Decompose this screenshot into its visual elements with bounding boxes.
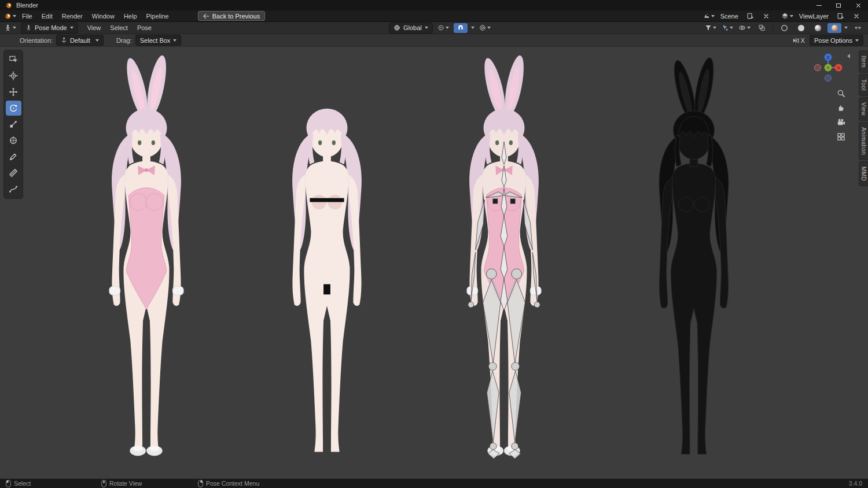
model-girl-armature[interactable]	[439, 53, 569, 475]
axis-neg-x-ball[interactable]	[815, 65, 821, 71]
snap-toggle[interactable]	[454, 23, 468, 33]
proportional-editing-toggle[interactable]	[478, 23, 492, 33]
browse-viewlayer-button[interactable]	[780, 11, 795, 21]
editor-type-button[interactable]	[3, 23, 17, 33]
maximize-button[interactable]	[829, 0, 848, 10]
overlays-dropdown[interactable]	[737, 23, 752, 33]
snap-settings-chevron[interactable]	[471, 27, 475, 29]
pivot-point-dropdown[interactable]	[436, 23, 450, 33]
sidebar-collapse-arrow-icon[interactable]	[847, 54, 850, 58]
shading-settings-chevron[interactable]	[844, 27, 848, 29]
orientation-dropdown[interactable]: Default	[56, 35, 104, 46]
mouse-left-icon	[6, 480, 11, 487]
new-page-icon	[746, 13, 753, 20]
model-girl-nude-censored[interactable]	[262, 53, 392, 475]
new-page-icon	[837, 13, 844, 20]
drag-dropdown[interactable]: Select Box	[135, 35, 182, 46]
tool-transform[interactable]	[6, 133, 21, 148]
status-select: Select	[6, 479, 31, 488]
material-sphere-icon	[815, 25, 821, 31]
tool-move[interactable]	[6, 84, 21, 99]
chevron-down-icon	[13, 27, 16, 29]
xray-toggle[interactable]	[755, 23, 768, 33]
editor-expand-button[interactable]	[851, 23, 865, 33]
camera-view-button[interactable]	[835, 116, 847, 128]
tab-tool[interactable]: Tool	[859, 74, 868, 96]
model-girl-bunny-suit[interactable]	[81, 53, 212, 475]
chevron-down-icon	[747, 27, 751, 29]
pose-mirror-toggle[interactable]: X	[791, 35, 806, 45]
browse-scene-button[interactable]	[701, 11, 716, 21]
chevron-down-icon	[173, 39, 176, 42]
toggle-perspective-button[interactable]	[835, 131, 847, 142]
chevron-down-icon	[70, 27, 73, 29]
tool-settings-bar: Orientation: Default Drag: Select Box X …	[0, 34, 868, 47]
mirror-butterfly-icon	[792, 37, 800, 44]
display-options-cluster	[704, 23, 865, 33]
menu-render[interactable]: Render	[57, 10, 87, 22]
tab-animation[interactable]: Animation	[859, 122, 868, 160]
new-viewlayer-button[interactable]	[833, 11, 847, 21]
menu-help[interactable]: Help	[119, 10, 142, 22]
tool-measure[interactable]	[6, 165, 21, 180]
axis-neg-z-ball[interactable]	[825, 75, 832, 82]
sidebar-tabs: Item Tool View Animation MMD	[859, 50, 868, 186]
new-scene-button[interactable]	[743, 11, 757, 21]
pose-options-dropdown[interactable]: Pose Options	[810, 35, 863, 46]
app-menu-button[interactable]	[2, 11, 17, 21]
viewport-header: Pose Mode View Select Pose Global	[0, 22, 868, 34]
tool-annotate[interactable]	[6, 149, 21, 164]
tool-rotate[interactable]	[6, 101, 21, 116]
tab-view[interactable]: View	[859, 97, 868, 121]
arrows-horizontal-icon	[854, 24, 862, 31]
minimize-button[interactable]	[809, 0, 829, 10]
scene-viewlayer-cluster: Scene ViewLayer	[701, 11, 863, 21]
menu-view[interactable]: View	[83, 22, 106, 34]
menu-pose[interactable]: Pose	[133, 22, 156, 34]
shading-wireframe-button[interactable]	[777, 23, 791, 33]
remove-viewlayer-button[interactable]	[849, 11, 863, 21]
unlink-scene-button[interactable]	[759, 11, 773, 21]
tab-item[interactable]: Item	[859, 50, 868, 73]
tool-select-box[interactable]	[6, 52, 21, 67]
navigation-gizmo[interactable]: Z X Y	[811, 51, 845, 84]
tool-pose-breakdowner[interactable]	[6, 182, 21, 197]
tool-cursor[interactable]	[6, 68, 21, 83]
mirror-axis-label: X	[801, 37, 805, 44]
viewport-3d[interactable]: Z X Y Item Tool View	[0, 47, 868, 479]
gizmos-dropdown[interactable]	[720, 23, 734, 33]
back-to-previous-button[interactable]: Back to Previous	[198, 11, 266, 21]
menu-file[interactable]: File	[17, 10, 37, 22]
viewlayer-name[interactable]: ViewLayer	[797, 13, 831, 20]
tab-mmd[interactable]: MMD	[859, 161, 868, 186]
shading-solid-button[interactable]	[794, 23, 808, 33]
close-icon	[856, 3, 861, 8]
scene-name[interactable]: Scene	[718, 13, 741, 20]
menu-pipeline[interactable]: Pipeline	[142, 10, 174, 22]
mode-dropdown[interactable]: Pose Mode	[21, 23, 78, 34]
minimize-icon	[816, 5, 822, 6]
grid-icon	[837, 132, 845, 141]
shading-rendered-button[interactable]	[827, 23, 841, 33]
menu-window[interactable]: Window	[87, 10, 119, 22]
shading-material-button[interactable]	[811, 23, 825, 33]
editor-3d-viewport-icon	[4, 24, 12, 32]
chevron-down-icon	[730, 27, 733, 29]
rendered-sphere-icon	[832, 25, 838, 31]
model-girl-wireframe[interactable]	[628, 55, 759, 477]
pan-button[interactable]	[835, 102, 847, 113]
close-button[interactable]	[848, 0, 868, 10]
blender-window: Blender File Edit Render Window Help Pip…	[0, 0, 868, 488]
orientation-label: Orientation:	[20, 37, 53, 44]
menu-select[interactable]: Select	[105, 22, 133, 34]
chevron-down-icon	[425, 27, 428, 29]
axis-x-label: X	[837, 65, 840, 71]
blender-version: 3.4.0	[849, 479, 862, 488]
tool-scale[interactable]	[6, 117, 21, 132]
transform-orientation-dropdown[interactable]: Global	[389, 23, 433, 34]
chevron-down-icon	[711, 15, 715, 17]
menu-edit[interactable]: Edit	[37, 10, 57, 22]
chevron-down-icon	[855, 39, 859, 42]
object-type-visibility-dropdown[interactable]	[704, 23, 718, 33]
zoom-button[interactable]	[835, 87, 847, 99]
